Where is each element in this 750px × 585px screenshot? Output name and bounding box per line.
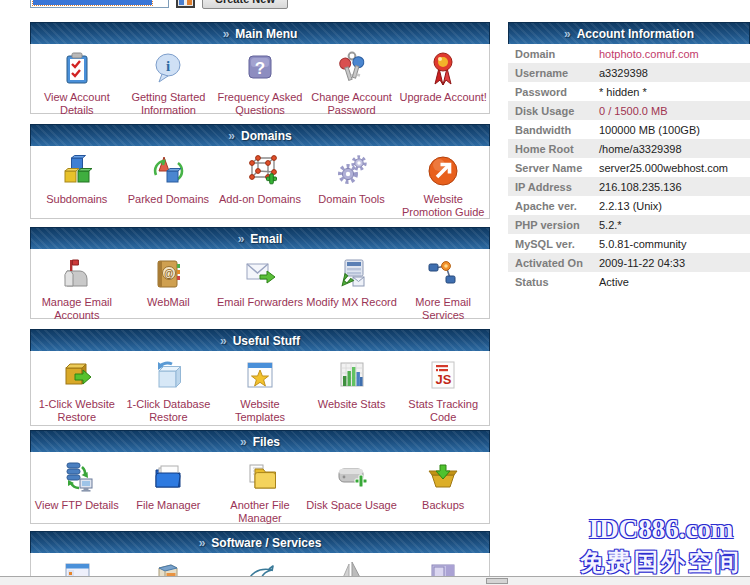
info-bubble-icon: i bbox=[149, 50, 187, 88]
menu-item-label: Change Account Password bbox=[306, 91, 398, 117]
menu-item-label: Subdomains bbox=[46, 193, 107, 206]
header-chevron-icon: » bbox=[199, 536, 206, 550]
menu-item-label: Stats Tracking Code bbox=[397, 398, 489, 424]
watermark-site-name: IDC886.com bbox=[575, 514, 747, 545]
menu-item-view-account-details[interactable]: View Account Details bbox=[31, 44, 123, 117]
menu-item-manage-email-accounts[interactable]: Manage Email Accounts bbox=[31, 249, 123, 322]
server-mail-icon bbox=[333, 255, 371, 293]
account-row-ip-address: IP Address216.108.235.136 bbox=[508, 177, 750, 196]
menu-item-label: 1-Click Website Restore bbox=[31, 398, 123, 424]
menu-item-label: Backups bbox=[422, 499, 464, 512]
award-ribbon-icon bbox=[424, 50, 462, 88]
account-row-value: 100000 MB (100GB) bbox=[599, 124, 700, 136]
clipboard-checks-icon bbox=[58, 50, 96, 88]
menu-item-label: Website Promotion Guide bbox=[397, 193, 489, 219]
blue-box-restore-icon bbox=[149, 357, 187, 395]
window-star-icon bbox=[241, 357, 279, 395]
account-row-server-name: Server Nameserver25.000webhost.com bbox=[508, 158, 750, 177]
menu-item-1-click-website-restore[interactable]: 1-Click Website Restore bbox=[31, 351, 123, 424]
account-row-label: Domain bbox=[508, 48, 599, 60]
menu-item-webmail[interactable]: @WebMail bbox=[123, 249, 215, 309]
menu-item-view-ftp-details[interactable]: View FTP Details bbox=[31, 452, 123, 512]
account-row-label: Username bbox=[508, 67, 599, 79]
menu-item-add-on-domains[interactable]: Add-on Domains bbox=[214, 146, 306, 206]
section-title: Email bbox=[250, 232, 282, 246]
account-row-status: StatusActive bbox=[508, 272, 750, 291]
menu-item-label: Website Stats bbox=[318, 398, 386, 411]
menu-item-website-stats[interactable]: Website Stats bbox=[306, 351, 398, 411]
menu-item-label: More Email Services bbox=[397, 296, 489, 322]
account-row-disk-usage: Disk Usage0 / 1500.0 MB bbox=[508, 101, 750, 120]
menu-item-disk-space-usage[interactable]: Disk Space Usage bbox=[306, 452, 398, 512]
flowchart-nodes-icon bbox=[424, 255, 462, 293]
account-row-label: Password bbox=[508, 86, 599, 98]
go-button[interactable] bbox=[176, 0, 195, 8]
question-mark-icon: ? bbox=[241, 50, 279, 88]
menu-item-1-click-database-restore[interactable]: 1-Click Database Restore bbox=[123, 351, 215, 424]
section-title: Useful Stuff bbox=[233, 334, 300, 348]
bar-chart-icon bbox=[333, 357, 371, 395]
menu-item-label: Getting Started Information bbox=[123, 91, 215, 117]
account-row-value: a3329398 bbox=[599, 67, 648, 79]
menu-item-label: Another File Manager bbox=[214, 499, 306, 525]
account-row-value[interactable]: hotphoto.comuf.com bbox=[599, 48, 699, 60]
selected-option-highlight bbox=[33, 0, 152, 5]
keys-icon bbox=[333, 50, 371, 88]
menu-item-more-email-services[interactable]: More Email Services bbox=[397, 249, 489, 322]
color-cubes-icon bbox=[58, 152, 96, 190]
recycle-cube-icon bbox=[149, 152, 187, 190]
section-title: Domains bbox=[241, 129, 292, 143]
section-body-useful-stuff: 1-Click Website Restore1-Click Database … bbox=[30, 351, 490, 426]
menu-item-change-account-password[interactable]: Change Account Password bbox=[306, 44, 398, 117]
account-row-value: * hidden * bbox=[599, 86, 647, 98]
account-row-php-version: PHP version5.2.* bbox=[508, 215, 750, 234]
svg-text:?: ? bbox=[255, 59, 265, 78]
section-header-useful-stuff: »Useful Stuff bbox=[30, 329, 490, 351]
create-new-button[interactable]: Create New bbox=[202, 0, 288, 9]
ftp-sync-icon bbox=[58, 458, 96, 496]
menu-item-getting-started-information[interactable]: iGetting Started Information bbox=[123, 44, 215, 117]
horizontal-scrollbar[interactable] bbox=[0, 576, 750, 585]
menu-item-email-forwarders[interactable]: Email Forwarders bbox=[214, 249, 306, 309]
section-email: »EmailManage Email Accounts@WebMailEmail… bbox=[30, 227, 490, 319]
address-book-at-icon: @ bbox=[149, 255, 187, 293]
scrollbar-thumb[interactable] bbox=[486, 578, 508, 584]
menu-item-label: Domain Tools bbox=[318, 193, 384, 206]
account-information-rows: Domainhotphoto.comuf.comUsernamea3329398… bbox=[508, 44, 750, 291]
blue-folder-icon bbox=[149, 458, 187, 496]
account-row-value: 0 / 1500.0 MB bbox=[599, 105, 668, 117]
menu-item-label: File Manager bbox=[136, 499, 200, 512]
menu-item-website-templates[interactable]: Website Templates bbox=[214, 351, 306, 424]
menu-item-stats-tracking-code[interactable]: JSStats Tracking Code bbox=[397, 351, 489, 424]
menu-item-website-promotion-guide[interactable]: Website Promotion Guide bbox=[397, 146, 489, 219]
section-header-software-services: »Software / Services bbox=[30, 531, 490, 553]
header-chevron-icon: » bbox=[228, 129, 235, 143]
menu-item-backups[interactable]: Backups bbox=[397, 452, 489, 512]
svg-text:@: @ bbox=[165, 268, 175, 279]
header-chevron-icon: » bbox=[223, 27, 230, 41]
menu-item-label: Website Templates bbox=[214, 398, 306, 424]
account-row-value: 2.2.13 (Unix) bbox=[599, 200, 662, 212]
section-title: Main Menu bbox=[235, 27, 297, 41]
menu-item-upgrade-account[interactable]: Upgrade Account! bbox=[397, 44, 489, 104]
mailbox-icon bbox=[58, 255, 96, 293]
menu-item-another-file-manager[interactable]: Another File Manager bbox=[214, 452, 306, 525]
section-body-domains: SubdomainsParked DomainsAdd-on DomainsDo… bbox=[30, 146, 490, 219]
account-row-value: 5.0.81-community bbox=[599, 238, 686, 250]
menu-item-domain-tools[interactable]: Domain Tools bbox=[306, 146, 398, 206]
section-body-files: View FTP DetailsFile ManagerAnother File… bbox=[30, 452, 490, 524]
account-row-label: Disk Usage bbox=[508, 105, 599, 117]
menu-item-parked-domains[interactable]: Parked Domains bbox=[123, 146, 215, 206]
yellow-folder-icon bbox=[241, 458, 279, 496]
menu-item-file-manager[interactable]: File Manager bbox=[123, 452, 215, 512]
menu-item-modify-mx-record[interactable]: Modify MX Record bbox=[306, 249, 398, 309]
menu-item-subdomains[interactable]: Subdomains bbox=[31, 146, 123, 206]
account-row-value: 2009-11-22 04:33 bbox=[599, 257, 685, 269]
account-row-value: /home/a3329398 bbox=[599, 143, 682, 155]
watermark: IDC886.com 免费国外空间 bbox=[575, 514, 747, 578]
account-information-header: » Account Information bbox=[508, 22, 750, 44]
account-row-apache-ver: Apache ver.2.2.13 (Unix) bbox=[508, 196, 750, 215]
menu-item-frequency-asked-questions[interactable]: ?Frequency Asked Questions bbox=[214, 44, 306, 117]
account-select-dropdown[interactable] bbox=[30, 0, 169, 8]
section-title: Files bbox=[253, 435, 280, 449]
